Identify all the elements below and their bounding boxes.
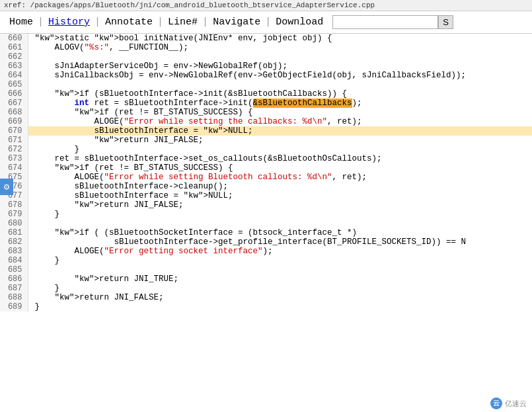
line-content: ALOGE("Error while setting the callbacks…	[28, 117, 532, 126]
line-content: "kw">if ( (sBluetoothSocketInterface = (…	[28, 228, 532, 237]
nav-history[interactable]: History	[44, 17, 94, 28]
line-number: 664	[0, 71, 28, 80]
search-input[interactable]	[332, 15, 438, 29]
line-number: 680	[0, 219, 28, 228]
line-number: 673	[0, 154, 28, 163]
line-content: }	[28, 302, 532, 311]
watermark: 云 亿速云	[490, 397, 527, 409]
line-content: sJniAdapterServiceObj = env->NewGlobalRe…	[28, 62, 532, 71]
line-content: "kw">static "kw">bool initNative(JNIEnv*…	[28, 34, 532, 43]
line-number: 679	[0, 210, 28, 219]
line-content: ALOGE("Error getting socket interface");	[28, 247, 532, 256]
line-number: 685	[0, 265, 28, 274]
line-number: 661	[0, 43, 28, 52]
line-number: 672	[0, 145, 28, 154]
line-content: sBluetoothInterface = "kw">NULL;	[28, 126, 532, 136]
line-content: }	[28, 256, 532, 265]
nav-annotate[interactable]: Annotate	[101, 17, 157, 28]
nav-sep-4: |	[202, 17, 209, 28]
code-area: 660"kw">static "kw">bool initNative(JNIE…	[0, 34, 532, 409]
line-number: 663	[0, 62, 28, 71]
line-number: 689	[0, 302, 28, 311]
line-number: 666	[0, 89, 28, 99]
line-content	[28, 80, 532, 89]
line-number: 665	[0, 80, 28, 89]
nav-sep-5: |	[264, 17, 272, 28]
line-number: 671	[0, 136, 28, 145]
line-content	[28, 52, 532, 62]
nav-lineno[interactable]: Line#	[164, 17, 202, 28]
line-content: "kw">return JNI_FALSE;	[28, 136, 532, 145]
line-content	[28, 219, 532, 228]
line-content: }	[28, 284, 532, 293]
xref-path: xref: /packages/apps/Bluetooth/jni/com_a…	[4, 1, 375, 9]
line-number: 674	[0, 163, 28, 173]
line-content: "kw">return JNI_TRUE;	[28, 274, 532, 284]
line-content: "kw">if (ret != BT_STATUS_SUCCESS) {	[28, 108, 532, 117]
search-button[interactable]: S	[438, 15, 453, 29]
line-content: sBluetoothInterface->cleanup();	[28, 182, 532, 191]
line-content: "kw">if (sBluetoothInterface->init(&sBlu…	[28, 89, 532, 99]
line-number: 683	[0, 247, 28, 256]
nav-home[interactable]: Home	[5, 17, 37, 28]
nav-sep-3: |	[157, 17, 164, 28]
line-number: 682	[0, 237, 28, 247]
line-content: sJniCallbacksObj = env->NewGlobalRef(env…	[28, 71, 532, 80]
line-content: }	[28, 145, 532, 154]
line-content: int ret = sBluetoothInterface->init(&sBl…	[28, 99, 532, 108]
line-number: 684	[0, 256, 28, 265]
code-table: 660"kw">static "kw">bool initNative(JNIE…	[0, 34, 532, 311]
line-content	[28, 265, 532, 274]
line-number: 667	[0, 99, 28, 108]
nav-sep-1: |	[37, 17, 44, 28]
line-content: "kw">return JNI_FALSE;	[28, 293, 532, 302]
line-number: 681	[0, 228, 28, 237]
line-number: 669	[0, 117, 28, 126]
watermark-text: 亿速云	[505, 399, 527, 409]
line-number: 660	[0, 34, 28, 43]
line-content: sBluetoothInterface->get_profile_interfa…	[28, 237, 532, 247]
line-content: "kw">return JNI_FALSE;	[28, 200, 532, 210]
line-content: ALOGV("%s:", __FUNCTION__);	[28, 43, 532, 52]
line-number: 686	[0, 274, 28, 284]
settings-icon[interactable]: ⚙	[0, 179, 13, 195]
line-number: 668	[0, 108, 28, 117]
line-content: }	[28, 210, 532, 219]
nav-bar: Home | History | Annotate | Line# | Navi…	[0, 11, 532, 34]
line-number: 678	[0, 200, 28, 210]
line-content: sBluetoothInterface = "kw">NULL;	[28, 191, 532, 200]
xref-bar: xref: /packages/apps/Bluetooth/jni/com_a…	[0, 0, 532, 11]
line-number: 687	[0, 284, 28, 293]
line-number: 670	[0, 126, 28, 136]
line-content: ALOGE("Error while setting Bluetooth cal…	[28, 173, 532, 182]
watermark-icon: 云	[490, 397, 502, 409]
line-content: "kw">if (ret != BT_STATUS_SUCCESS) {	[28, 163, 532, 173]
line-content: ret = sBluetoothInterface->set_os_callou…	[28, 154, 532, 163]
line-number: 688	[0, 293, 28, 302]
nav-download[interactable]: Download	[272, 17, 327, 28]
nav-navigate[interactable]: Navigate	[209, 17, 264, 28]
line-number: 662	[0, 52, 28, 62]
nav-sep-2: |	[94, 17, 101, 28]
